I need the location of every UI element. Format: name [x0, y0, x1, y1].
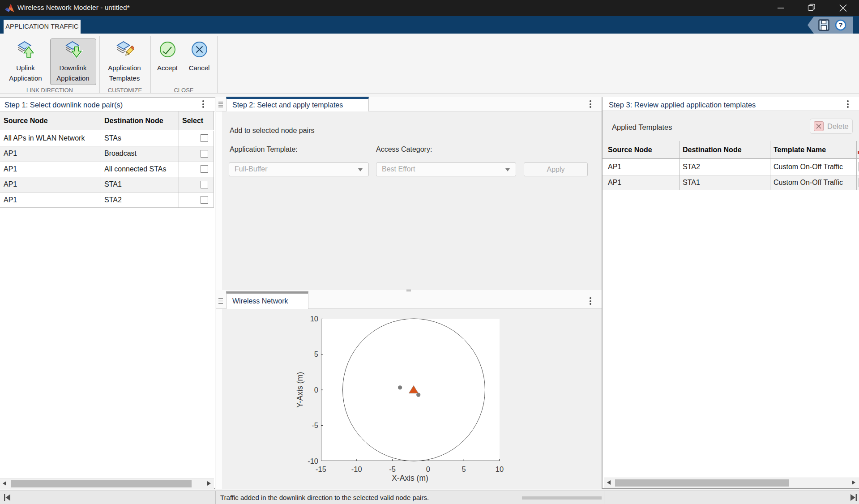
svg-text:-10: -10 — [308, 457, 318, 465]
svg-text:5: 5 — [462, 465, 466, 473]
svg-text:10: 10 — [310, 315, 318, 323]
svg-text:0: 0 — [426, 465, 430, 473]
svg-text:10: 10 — [496, 465, 504, 473]
svg-text:-5: -5 — [312, 421, 318, 429]
svg-text:-15: -15 — [316, 465, 326, 473]
svg-text:?: ? — [838, 21, 842, 29]
svg-text:-10: -10 — [351, 465, 362, 473]
svg-text:Y-Axis (m): Y-Axis (m) — [295, 372, 304, 408]
svg-text:0: 0 — [314, 386, 318, 394]
svg-text:5: 5 — [314, 350, 318, 358]
svg-text:-5: -5 — [389, 465, 396, 473]
svg-text:X-Axis (m): X-Axis (m) — [392, 474, 428, 483]
